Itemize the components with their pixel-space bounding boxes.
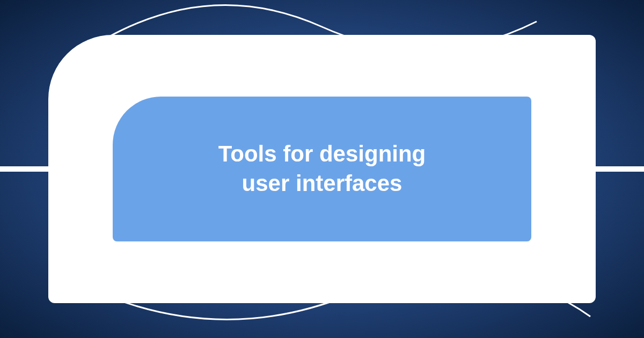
inner-card: Tools for designinguser interfaces xyxy=(113,97,531,241)
page-title: Tools for designinguser interfaces xyxy=(218,139,426,198)
